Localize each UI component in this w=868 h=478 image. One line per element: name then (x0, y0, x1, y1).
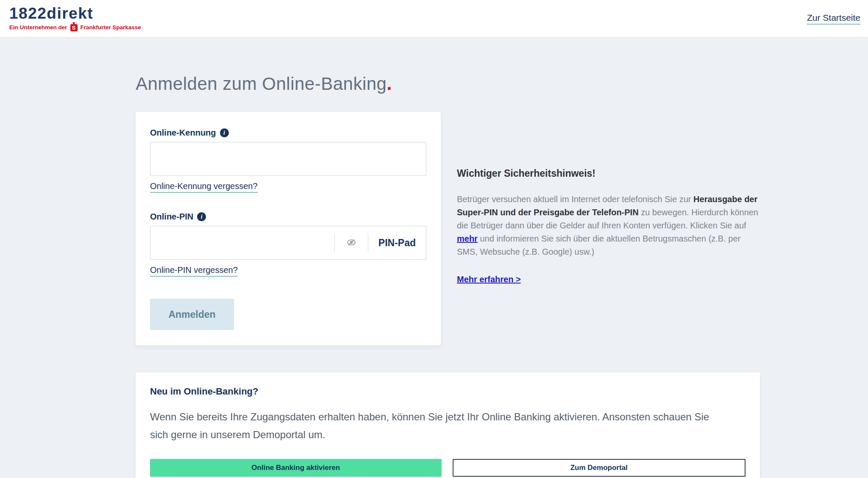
page-title-text: Anmelden zum Online-Banking (136, 74, 387, 94)
logo-wordmark: 1822direkt (9, 6, 141, 22)
page-title-period: . (387, 74, 392, 94)
header: 1822direkt Ein Unternehmen der S Frankfu… (0, 0, 868, 37)
logo-tagline: Ein Unternehmen der S Frankfurter Sparka… (9, 23, 141, 31)
activation-buttons-row: Online Banking aktivieren Zum Demoportal (150, 459, 746, 477)
activation-card: Neu im Online-Banking? Wenn Sie bereits … (136, 372, 760, 478)
kennung-label: Online-Kennung (150, 128, 216, 138)
pin-input-wrap: PIN-Pad (150, 226, 426, 260)
pin-pad-button[interactable]: PIN-Pad (368, 234, 426, 252)
kennung-info-icon[interactable]: i (220, 128, 229, 137)
security-notice: Wichtiger Sicherheitshinweis! Betrüger v… (457, 112, 759, 345)
eye-slash-icon (345, 237, 358, 249)
demo-portal-button[interactable]: Zum Demoportal (453, 459, 746, 477)
security-notice-body: Betrüger versuchen aktuell im Internet o… (457, 193, 759, 258)
security-notice-title: Wichtiger Sicherheitshinweis! (457, 168, 759, 179)
login-card: Online-Kennung i Online-Kennung vergesse… (136, 112, 441, 345)
mehr-inline-link[interactable]: mehr (457, 234, 478, 243)
security-body-text: Betrüger versuchen aktuell im Internet o… (457, 195, 693, 204)
toggle-pin-visibility-button[interactable] (335, 234, 368, 252)
activation-card-title: Neu im Online-Banking? (150, 386, 746, 397)
home-link[interactable]: Zur Startseite (807, 13, 860, 25)
kennung-field-group: Online-Kennung i Online-Kennung vergesse… (150, 128, 426, 193)
kennung-input[interactable] (150, 142, 426, 175)
pin-label: Online-PIN (150, 212, 193, 222)
kennung-forgot-link[interactable]: Online-Kennung vergessen? (150, 181, 258, 193)
pin-label-row: Online-PIN i (150, 212, 426, 222)
pin-input[interactable] (150, 226, 334, 259)
activation-card-body: Wenn Sie bereits Ihre Zugangsdaten erhal… (150, 408, 726, 444)
logo-tagline-prefix: Ein Unternehmen der (9, 24, 67, 31)
security-body-text: und informieren Sie sich über die aktuel… (457, 234, 740, 256)
login-button[interactable]: Anmelden (150, 299, 234, 330)
pin-input-addons: PIN-Pad (334, 234, 426, 252)
kennung-input-wrap (150, 142, 426, 176)
logo-tagline-suffix: Frankfurter Sparkasse (81, 24, 141, 31)
logo[interactable]: 1822direkt Ein Unternehmen der S Frankfu… (9, 6, 141, 32)
activate-online-banking-button[interactable]: Online Banking aktivieren (150, 459, 442, 477)
main-content: Anmelden zum Online-Banking. Online-Kenn… (0, 37, 868, 478)
sparkasse-s-icon: S (70, 24, 78, 31)
page-title: Anmelden zum Online-Banking. (136, 74, 868, 94)
login-row: Online-Kennung i Online-Kennung vergesse… (136, 112, 868, 345)
pin-info-icon[interactable]: i (197, 212, 206, 221)
pin-field-group: Online-PIN i (150, 212, 426, 277)
kennung-label-row: Online-Kennung i (150, 128, 426, 138)
mehr-erfahren-link[interactable]: Mehr erfahren > (457, 275, 521, 284)
pin-forgot-link[interactable]: Online-PIN vergessen? (150, 265, 238, 277)
